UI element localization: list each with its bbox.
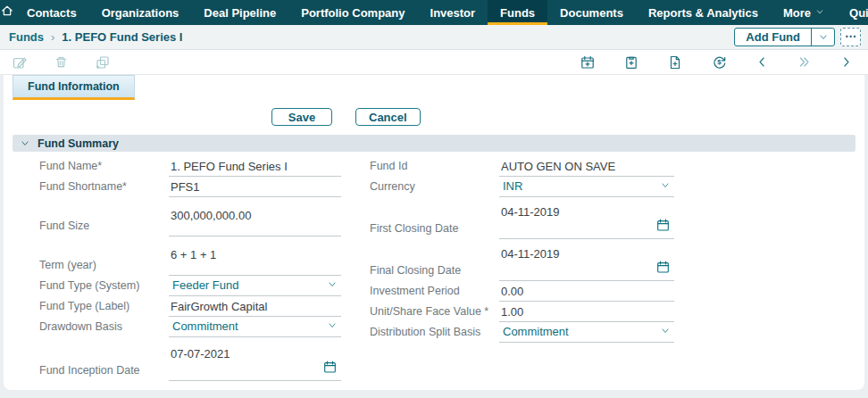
nav-item-label: Deal Pipeline <box>204 6 276 20</box>
currency-refresh-icon[interactable]: $ <box>712 54 727 70</box>
nav-item-more[interactable]: More <box>771 0 837 25</box>
nav-item-funds[interactable]: Funds <box>488 0 547 25</box>
edit-icon[interactable] <box>13 55 27 70</box>
field-distribution-split-basis-select[interactable]: Commitment <box>499 322 674 343</box>
section-title: Fund Summary <box>38 137 119 150</box>
nav-item-label: Investor <box>430 6 476 20</box>
nav-item-label: Contacts <box>27 6 77 20</box>
form-row: Fund Type (Label) FairGrowth Capital <box>39 296 341 317</box>
nav-item-contacts[interactable]: Contacts <box>14 0 89 25</box>
field-final-closing-date[interactable]: 04-11-2019 <box>499 239 674 281</box>
form-row: Distribution Split Basis Commitment <box>370 322 674 343</box>
field-investment-period[interactable]: 0.00 <box>499 281 674 302</box>
field-label: Fund Id <box>370 156 499 177</box>
input-value: FairGrowth Capital <box>169 300 341 316</box>
svg-text:$: $ <box>717 58 722 66</box>
fund-summary-section-header[interactable]: Fund Summary <box>13 135 855 152</box>
chevron-down-icon <box>815 10 824 16</box>
nav-item-deal-pipeline[interactable]: Deal Pipeline <box>191 0 288 25</box>
breadcrumb-separator: › <box>51 30 54 44</box>
field-label: Fund Inception Date <box>39 337 169 381</box>
calendar-add-icon[interactable] <box>580 55 595 70</box>
field-fund-shortname[interactable]: PFS1 <box>169 177 341 197</box>
nav-item-organizations[interactable]: Organizations <box>89 0 192 25</box>
form-row: Fund Type (System) Feeder Fund <box>39 276 341 296</box>
fund-detail-card: Fund Information Save Cancel Fund Summar… <box>4 75 864 390</box>
input-value: AUTO GEN ON SAVE <box>499 160 674 176</box>
cancel-button[interactable]: Cancel <box>355 108 421 126</box>
input-value: 04-11-2019 <box>499 247 674 261</box>
form-row: Investment Period 0.00 <box>370 281 674 302</box>
nav-item-reports-analytics[interactable]: Reports & Analytics <box>636 0 771 25</box>
tab-fund-information[interactable]: Fund Information <box>13 75 135 100</box>
chevron-down-icon <box>327 318 338 334</box>
field-label: Drawdown Basis <box>39 317 169 337</box>
field-label: Final Closing Date <box>370 239 499 281</box>
breadcrumb-bar: Funds › 1. PEFO Fund Series I Add Fund ⋯ <box>0 25 868 50</box>
chevron-down-icon <box>660 178 671 194</box>
form-row: Fund Size 300,000,000.00 <box>39 197 341 236</box>
tab-bar: Fund Information <box>4 75 864 100</box>
breadcrumb-root-link[interactable]: Funds <box>9 30 44 44</box>
nav-item-label: More <box>783 6 811 20</box>
select-value: Commitment <box>172 319 238 333</box>
calendar-icon[interactable] <box>656 219 674 238</box>
field-term-year[interactable]: 6 + 1 + 1 <box>169 236 341 276</box>
field-fund-size[interactable]: 300,000,000.00 <box>169 197 341 236</box>
nav-item-portfolio-company[interactable]: Portfolio Company <box>288 0 417 25</box>
nav-item-label: Organizations <box>102 6 179 20</box>
input-value: 0.00 <box>499 285 674 301</box>
form-row: Fund Shortname* PFS1 <box>39 177 341 197</box>
record-toolbar: $ <box>0 50 868 75</box>
field-fund-type-label[interactable]: FairGrowth Capital <box>169 296 341 317</box>
select-value: INR <box>503 179 522 193</box>
field-label: Term (year) <box>39 236 169 276</box>
nav-item-quick-create[interactable]: Quick Create <box>837 0 868 25</box>
add-fund-dropdown-button[interactable] <box>811 29 834 46</box>
field-label: Fund Type (Label) <box>39 296 169 317</box>
chevron-down-icon <box>327 277 338 293</box>
input-value: 300,000,000.00 <box>169 209 341 236</box>
clipboard-add-icon[interactable] <box>624 55 638 70</box>
nav-item-label: Portfolio Company <box>301 6 405 20</box>
add-fund-split-button: Add Fund <box>734 28 835 46</box>
field-unit-share-face-value[interactable]: 1.00 <box>499 302 674 322</box>
file-add-icon[interactable] <box>668 55 682 70</box>
chevron-left-icon[interactable] <box>756 56 768 68</box>
input-value: 07-07-2021 <box>169 347 341 361</box>
calendar-icon[interactable] <box>323 361 341 380</box>
home-button[interactable] <box>0 0 14 25</box>
delete-icon[interactable] <box>54 55 68 69</box>
field-fund-name[interactable]: 1. PEFO Fund Series I <box>169 156 341 177</box>
field-fund-inception-date[interactable]: 07-07-2021 <box>169 337 341 381</box>
field-label: Fund Size <box>39 197 169 236</box>
nav-item-label: Funds <box>500 6 535 20</box>
copy-icon[interactable] <box>96 55 110 70</box>
home-icon <box>0 4 14 21</box>
field-first-closing-date[interactable]: 04-11-2019 <box>499 197 674 239</box>
nav-item-label: Reports & Analytics <box>648 6 758 20</box>
field-label: Fund Type (System) <box>39 276 169 296</box>
input-value: 1. PEFO Fund Series I <box>169 160 341 176</box>
add-fund-button[interactable]: Add Fund <box>735 29 811 46</box>
chevron-down-icon <box>660 323 671 339</box>
field-drawdown-basis-select[interactable]: Commitment <box>169 317 341 337</box>
nav-item-label: Quick Create <box>849 6 868 20</box>
form-row: Fund Id AUTO GEN ON SAVE <box>370 156 674 177</box>
field-fund-type-system-select[interactable]: Feeder Fund <box>169 276 341 296</box>
form-row: Drawdown Basis Commitment <box>39 317 341 337</box>
select-value: Feeder Fund <box>172 278 238 292</box>
field-label: First Closing Date <box>370 197 499 239</box>
field-fund-id[interactable]: AUTO GEN ON SAVE <box>499 156 674 177</box>
nav-item-investor[interactable]: Investor <box>418 0 488 25</box>
double-chevron-right-icon[interactable] <box>797 56 811 68</box>
form-row: Currency INR <box>370 177 674 197</box>
save-button[interactable]: Save <box>271 108 332 126</box>
form-row: Term (year) 6 + 1 + 1 <box>39 236 341 276</box>
field-currency-select[interactable]: INR <box>499 177 674 197</box>
calendar-icon[interactable] <box>656 261 674 280</box>
breadcrumb-current: 1. PEFO Fund Series I <box>62 30 182 44</box>
nav-item-documents[interactable]: Documents <box>547 0 636 25</box>
chevron-right-icon[interactable] <box>840 56 852 68</box>
more-options-button[interactable]: ⋯ <box>840 28 861 46</box>
